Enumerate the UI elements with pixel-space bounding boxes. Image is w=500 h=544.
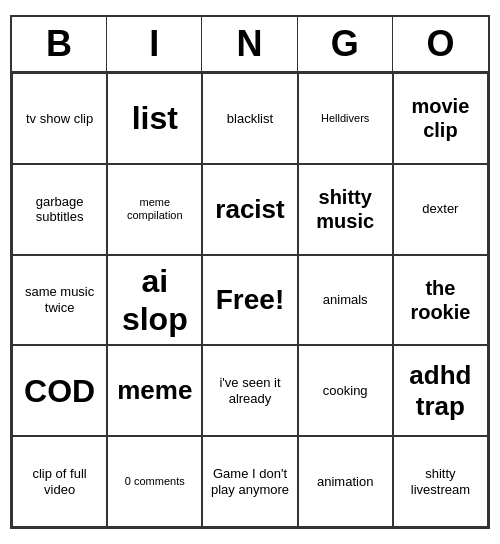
cell-text: blacklist <box>227 111 273 127</box>
cell-text: movie clip <box>398 94 483 142</box>
bingo-cell[interactable]: i've seen it already <box>202 345 297 436</box>
bingo-cell[interactable]: meme <box>107 345 202 436</box>
cell-text: tv show clip <box>26 111 93 127</box>
bingo-cell[interactable]: the rookie <box>393 255 488 346</box>
bingo-header: BINGO <box>12 17 488 73</box>
bingo-cell[interactable]: tv show clip <box>12 73 107 164</box>
cell-text: i've seen it already <box>207 375 292 406</box>
bingo-cell[interactable]: 0 comments <box>107 436 202 527</box>
header-letter: O <box>393 17 488 71</box>
header-letter: B <box>12 17 107 71</box>
cell-text: meme <box>117 375 192 406</box>
bingo-cell[interactable]: movie clip <box>393 73 488 164</box>
bingo-cell[interactable]: animals <box>298 255 393 346</box>
header-letter: I <box>107 17 202 71</box>
cell-text: list <box>132 99 178 137</box>
cell-text: COD <box>24 372 95 410</box>
cell-text: the rookie <box>398 276 483 324</box>
bingo-cell[interactable]: same music twice <box>12 255 107 346</box>
cell-text: ai slop <box>112 262 197 339</box>
bingo-cell[interactable]: shitty music <box>298 164 393 255</box>
cell-text: Helldivers <box>321 112 369 125</box>
bingo-cell[interactable]: COD <box>12 345 107 436</box>
cell-text: animals <box>323 292 368 308</box>
bingo-cell[interactable]: adhd trap <box>393 345 488 436</box>
cell-text: racist <box>215 194 284 225</box>
bingo-cell[interactable]: Helldivers <box>298 73 393 164</box>
bingo-cell[interactable]: Game I don't play anymore <box>202 436 297 527</box>
bingo-cell[interactable]: Free! <box>202 255 297 346</box>
bingo-cell[interactable]: clip of full video <box>12 436 107 527</box>
cell-text: garbage subtitles <box>17 194 102 225</box>
cell-text: 0 comments <box>125 475 185 488</box>
header-letter: N <box>202 17 297 71</box>
cell-text: Free! <box>216 283 284 317</box>
bingo-cell[interactable]: racist <box>202 164 297 255</box>
bingo-cell[interactable]: shitty livestream <box>393 436 488 527</box>
cell-text: clip of full video <box>17 466 102 497</box>
header-letter: G <box>298 17 393 71</box>
bingo-cell[interactable]: blacklist <box>202 73 297 164</box>
bingo-cell[interactable]: list <box>107 73 202 164</box>
bingo-cell[interactable]: garbage subtitles <box>12 164 107 255</box>
cell-text: animation <box>317 474 373 490</box>
bingo-card: BINGO tv show cliplistblacklistHelldiver… <box>10 15 490 529</box>
cell-text: dexter <box>422 201 458 217</box>
cell-text: adhd trap <box>398 360 483 422</box>
cell-text: Game I don't play anymore <box>207 466 292 497</box>
cell-text: shitty livestream <box>398 466 483 497</box>
cell-text: meme compilation <box>112 196 197 222</box>
cell-text: same music twice <box>17 284 102 315</box>
bingo-cell[interactable]: animation <box>298 436 393 527</box>
bingo-cell[interactable]: ai slop <box>107 255 202 346</box>
cell-text: shitty music <box>303 185 388 233</box>
bingo-cell[interactable]: cooking <box>298 345 393 436</box>
cell-text: cooking <box>323 383 368 399</box>
bingo-grid: tv show cliplistblacklistHelldiversmovie… <box>12 73 488 527</box>
bingo-cell[interactable]: meme compilation <box>107 164 202 255</box>
bingo-cell[interactable]: dexter <box>393 164 488 255</box>
